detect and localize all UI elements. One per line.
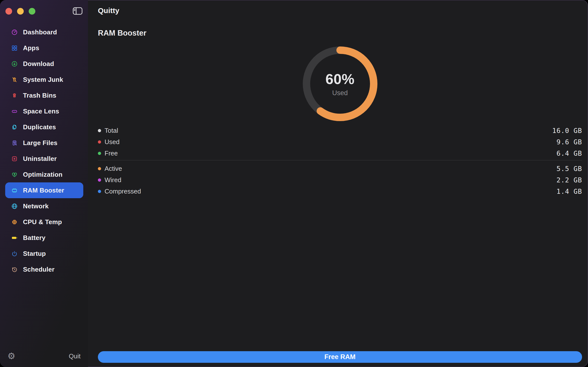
app-window: Dashboard Apps Download System Junk [0,0,588,367]
stat-dot [98,178,101,182]
stat-dot [98,152,101,155]
minimize-window-button[interactable] [17,8,24,15]
sidebar: Dashboard Apps Download System Junk [0,0,88,367]
stat-label: Active [105,165,122,173]
sidebar-toggle-icon [73,7,83,16]
stat-label: Total [105,127,118,134]
nav-item-duplicates[interactable]: Duplicates [5,119,83,135]
nav-item-cpu-temp[interactable]: CPU & Temp [5,214,83,230]
nav-item-label: Trash Bins [23,92,56,99]
nav-item-label: Scheduler [23,266,55,273]
nav-item-label: CPU & Temp [23,218,62,226]
nav-item-trash-bins[interactable]: Trash Bins [5,87,83,103]
sidebar-toggle-button[interactable] [72,7,83,16]
nav-item-label: Apps [23,44,39,52]
settings-gear-button[interactable]: ⚙ [7,352,15,361]
gauge-percent: 60% [326,71,355,87]
nav-item-startup[interactable]: Startup [5,246,83,261]
traffic-lights [5,8,35,15]
nav-item-label: Uninstaller [23,155,57,163]
stat-dot [98,167,101,170]
nav-item-optimization[interactable]: Optimization [5,167,83,182]
trash-icon [11,92,18,99]
gauge-icon [11,29,18,36]
quit-button[interactable]: Quit [69,352,81,360]
nav-item-large-files[interactable]: Large Files [5,135,83,151]
nav-item-label: Duplicates [23,123,56,131]
zoom-window-button[interactable] [29,8,35,15]
flex-spacer [98,197,582,351]
stat-row-free: Free 6.4 GB [98,148,582,159]
nav-item-space-lens[interactable]: Space Lens [5,103,83,119]
nav-item-label: Battery [23,234,45,242]
nav-item-label: RAM Booster [23,187,64,194]
document-search-icon [11,140,18,146]
nav-item-label: Large Files [23,139,57,147]
stat-label: Wired [105,176,121,184]
grid-icon [11,45,18,51]
stat-row-total: Total 16.0 GB [98,125,582,136]
globe-icon [11,203,18,210]
close-window-button[interactable] [5,8,12,15]
clock-history-icon [11,266,18,273]
main-content: Quitty RAM Booster 60% Used Total 16.0 G… [88,0,588,367]
stat-value: 6.4 GB [556,150,582,157]
sidebar-footer: ⚙ Quit [0,352,88,367]
power-icon [11,250,18,257]
sidebar-nav: Dashboard Apps Download System Junk [0,24,88,277]
stat-row-wired: Wired 2.2 GB [98,174,582,186]
stat-value: 2.2 GB [556,176,582,184]
nav-item-apps[interactable]: Apps [5,40,83,56]
nav-item-uninstaller[interactable]: Uninstaller [5,151,83,167]
nav-item-battery[interactable]: Battery [5,230,83,246]
nav-item-ram-booster[interactable]: RAM Booster [5,182,83,198]
nav-item-label: Dashboard [23,28,57,36]
stat-row-used: Used 9.6 GB [98,136,582,148]
nav-item-system-junk[interactable]: System Junk [5,72,83,87]
battery-icon [11,235,18,241]
stat-row-compressed: Compressed 1.4 GB [98,186,582,197]
stat-dot [98,129,101,132]
trash-slash-icon [11,76,18,83]
stat-value: 5.5 GB [556,165,582,173]
stat-dot [98,190,101,193]
gauge-center-labels: 60% Used [303,46,377,121]
nav-item-label: Network [23,202,49,210]
free-ram-button[interactable]: Free RAM [98,351,582,363]
copy-icon [11,124,18,130]
cpu-icon [11,219,18,225]
heart-bolt-icon [11,171,18,178]
stat-value: 1.4 GB [556,188,582,195]
stat-value: 16.0 GB [552,127,582,134]
nav-item-download[interactable]: Download [5,56,83,72]
nav-item-scheduler[interactable]: Scheduler [5,261,83,277]
nav-item-dashboard[interactable]: Dashboard [5,24,83,40]
stat-row-active: Active 5.5 GB [98,163,582,174]
nav-item-label: Download [23,60,54,68]
nav-item-network[interactable]: Network [5,198,83,214]
memory-chip-icon [11,187,18,194]
gear-icon: ⚙ [7,351,15,361]
app-title: Quitty [98,6,582,15]
nav-item-label: System Junk [23,76,63,84]
memory-stats-list: Total 16.0 GB Used 9.6 GB Free 6.4 GB Ac… [98,125,582,197]
nav-item-label: Space Lens [23,108,59,115]
nav-item-label: Startup [23,250,46,258]
download-circle-icon [11,61,18,67]
stat-label: Compressed [105,188,141,195]
stat-label: Used [105,138,120,146]
stat-label: Free [105,150,118,157]
gauge-sublabel: Used [332,89,348,97]
drive-icon [11,108,18,115]
stats-divider [98,160,582,160]
stat-value: 9.6 GB [556,138,582,146]
x-square-icon [11,155,18,162]
page-title: RAM Booster [98,29,582,38]
nav-item-label: Optimization [23,171,63,178]
stat-dot [98,140,101,144]
ram-usage-gauge: 60% Used [303,46,377,121]
